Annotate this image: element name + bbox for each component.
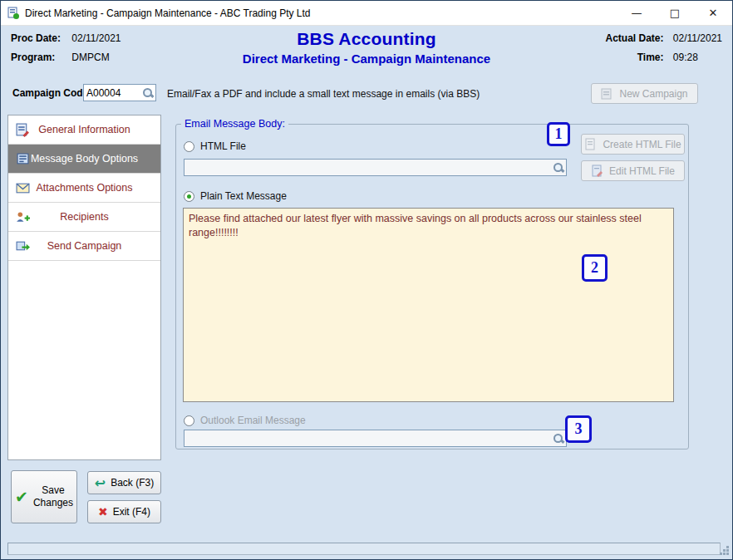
new-campaign-label: New Campaign — [619, 88, 687, 100]
outlook-radio-row[interactable]: Outlook Email Message — [184, 415, 306, 426]
sidebar-nav: General Information Message Body Options — [7, 115, 161, 460]
resize-grip[interactable] — [719, 545, 730, 556]
attachments-options-icon — [16, 181, 30, 195]
back-label: Back (F3) — [111, 477, 154, 489]
plain-text-radio-label: Plain Text Message — [200, 190, 287, 202]
sidebar-item-label: Message Body Options — [31, 153, 138, 165]
outlook-lookup-icon[interactable] — [553, 433, 564, 445]
create-html-file-label: Create HTML File — [603, 139, 681, 150]
message-body-options-icon — [16, 152, 30, 166]
html-file-path-field — [184, 159, 567, 176]
outlook-email-radio-label: Outlook Email Message — [200, 415, 306, 426]
actual-date-value: 02/11/2021 — [673, 32, 722, 44]
sidebar-item-send-campaign[interactable]: Send Campaign — [8, 232, 160, 261]
outlook-email-radio[interactable] — [184, 415, 194, 426]
campaign-code-input[interactable] — [84, 85, 142, 101]
new-campaign-button[interactable]: New Campaign — [591, 83, 698, 104]
campaign-code-field — [83, 84, 156, 101]
app-icon — [7, 7, 20, 20]
plain-text-radio-row[interactable]: Plain Text Message — [184, 190, 287, 202]
html-file-radio-row[interactable]: HTML File — [184, 140, 246, 152]
sidebar-item-general-information[interactable]: General Information — [8, 115, 160, 145]
recipients-icon — [16, 210, 30, 224]
campaign-code-lookup-icon[interactable] — [142, 87, 154, 99]
html-file-radio-label: HTML File — [200, 140, 246, 152]
sidebar-item-attachments-options[interactable]: Attachments Options — [8, 174, 160, 203]
general-information-icon — [16, 123, 30, 137]
sidebar-item-label: Recipients — [60, 211, 108, 223]
edit-html-file-icon — [591, 165, 604, 178]
save-changes-label: Save Changes — [33, 484, 73, 509]
time-label: Time: — [598, 52, 663, 63]
sidebar-item-message-body-options[interactable]: Message Body Options — [8, 145, 160, 174]
html-file-path-input[interactable] — [184, 160, 553, 175]
campaign-code-label: Campaign Code: — [12, 87, 91, 99]
sidebar-item-label: Attachments Options — [36, 182, 132, 194]
exit-x-icon: ✖ — [98, 505, 108, 518]
save-changes-button[interactable]: ✔ Save Changes — [11, 470, 77, 523]
save-check-icon: ✔ — [15, 488, 28, 506]
back-button[interactable]: ↩ Back (F3) — [87, 471, 161, 494]
html-file-radio[interactable] — [184, 141, 194, 152]
email-message-body-group: Email Message Body: HTML File Create HTM… — [175, 118, 689, 449]
status-bar — [7, 543, 721, 555]
sidebar-item-label: General Information — [38, 124, 130, 135]
time-value: 09:28 — [673, 52, 698, 63]
annotation-badge-1: 1 — [547, 122, 570, 146]
campaign-bar: Campaign Code: Email/Fax a PDF and inclu… — [1, 81, 732, 109]
plain-text-radio[interactable] — [184, 191, 194, 202]
html-file-lookup-icon[interactable] — [553, 162, 564, 174]
send-campaign-icon — [16, 239, 30, 253]
title-bar: Direct Marketing - Campaign Maintenance … — [1, 1, 732, 26]
sidebar-item-recipients[interactable]: Recipients — [8, 203, 160, 232]
create-html-file-button[interactable]: Create HTML File — [581, 134, 685, 155]
header: Proc Date: 02/11/2021 Program: DMPCM BBS… — [1, 26, 732, 81]
annotation-badge-2: 2 — [582, 254, 608, 282]
exit-label: Exit (F4) — [113, 506, 150, 518]
create-html-file-icon — [584, 138, 598, 151]
annotation-badge-3: 3 — [565, 415, 592, 443]
header-right: Actual Date: 02/11/2021 Time: 09:28 — [598, 32, 722, 71]
window-title: Direct Marketing - Campaign Maintenance … — [25, 7, 617, 19]
plain-text-message-textarea[interactable]: Please find attached our latest flyer wi… — [183, 208, 674, 402]
outlook-path-field — [184, 430, 567, 447]
minimize-button[interactable]: — — [617, 1, 656, 25]
window-controls: — □ ✕ — [617, 1, 732, 25]
sidebar-item-label: Send Campaign — [47, 240, 122, 252]
app-window: Direct Marketing - Campaign Maintenance … — [0, 0, 733, 560]
maximize-button[interactable]: □ — [656, 1, 694, 25]
edit-html-file-label: Edit HTML File — [609, 165, 675, 177]
close-button[interactable]: ✕ — [694, 1, 732, 25]
back-arrow-icon: ↩ — [95, 475, 106, 491]
campaign-description: Email/Fax a PDF and include a small text… — [167, 88, 480, 100]
actual-date-label: Actual Date: — [598, 32, 663, 44]
outlook-path-input[interactable] — [184, 430, 553, 446]
email-message-body-legend: Email Message Body: — [181, 118, 288, 130]
edit-html-file-button[interactable]: Edit HTML File — [581, 160, 685, 181]
exit-button[interactable]: ✖ Exit (F4) — [87, 500, 161, 523]
new-campaign-icon — [601, 87, 614, 101]
